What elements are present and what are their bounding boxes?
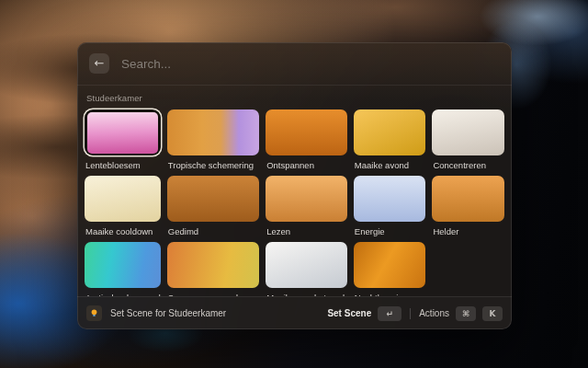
scene-swatch-frame bbox=[85, 176, 161, 222]
cmd-key-badge: ⌘ bbox=[456, 306, 476, 321]
scene-grid: Lentebloesem Tropische schemering Ontspa… bbox=[85, 109, 504, 296]
scene-swatch-frame bbox=[354, 176, 426, 222]
search-input[interactable] bbox=[119, 56, 500, 72]
scene-tile[interactable]: Gedimd bbox=[167, 176, 259, 236]
scene-tile[interactable]: Energie bbox=[354, 176, 426, 236]
scene-tile[interactable]: Savanne zonsonderg… bbox=[167, 242, 259, 296]
scene-swatch-frame bbox=[85, 242, 161, 288]
lightbulb-icon bbox=[86, 305, 102, 321]
scene-swatch bbox=[85, 242, 161, 288]
scene-tile[interactable]: Nachtlampje bbox=[354, 242, 426, 296]
scene-label: Tropische schemering bbox=[167, 160, 259, 170]
scene-swatch bbox=[432, 176, 504, 222]
search-header: ← bbox=[77, 42, 512, 86]
scene-swatch bbox=[266, 242, 347, 288]
back-button[interactable]: ← bbox=[89, 53, 109, 74]
scene-swatch bbox=[266, 109, 347, 155]
scene-label: Lezen bbox=[266, 226, 347, 236]
status-bar: Set Scene for Studeerkamer Set Scene ↵ A… bbox=[77, 296, 512, 329]
scene-tile[interactable]: Helder bbox=[432, 176, 504, 236]
scene-swatch bbox=[87, 112, 159, 154]
scene-swatch bbox=[167, 176, 259, 222]
scene-label: Maaike avond bbox=[354, 160, 426, 170]
section-title: Studeerkamer bbox=[86, 93, 504, 103]
scene-tile[interactable]: Concentreren bbox=[432, 109, 504, 170]
scene-label: Helder bbox=[432, 226, 504, 236]
set-scene-button[interactable]: Set Scene ↵ bbox=[327, 306, 401, 321]
scene-tile[interactable]: Maaike cooldown bbox=[85, 176, 161, 236]
scene-label: Lentebloesem bbox=[85, 160, 161, 170]
scene-swatch-frame bbox=[432, 176, 504, 222]
enter-key-badge: ↵ bbox=[378, 306, 401, 321]
scene-tile[interactable]: Lentebloesem bbox=[85, 109, 161, 170]
scene-swatch-frame bbox=[354, 242, 426, 288]
scene-swatch bbox=[354, 242, 426, 288]
scene-swatch-frame bbox=[167, 176, 259, 222]
scene-swatch-frame bbox=[167, 109, 259, 155]
scene-label: Energie bbox=[354, 226, 426, 236]
footer-separator bbox=[410, 308, 411, 319]
scene-tile[interactable]: Maaike aan het werk bbox=[266, 242, 347, 296]
scene-label: Maaike cooldown bbox=[85, 226, 161, 236]
k-key-badge: K bbox=[482, 306, 503, 321]
scene-swatch-frame bbox=[266, 109, 347, 155]
scene-swatch bbox=[167, 109, 259, 155]
scene-tile[interactable]: Lezen bbox=[266, 176, 347, 236]
actions-label: Actions bbox=[419, 308, 449, 318]
scene-swatch bbox=[167, 242, 259, 288]
scene-swatch-frame bbox=[85, 109, 161, 155]
set-scene-label: Set Scene bbox=[327, 308, 371, 318]
actions-button[interactable]: Actions ⌘ K bbox=[419, 306, 503, 321]
scene-swatch bbox=[432, 109, 504, 155]
scene-label: Gedimd bbox=[167, 226, 259, 236]
scene-swatch bbox=[85, 176, 161, 222]
scene-swatch bbox=[266, 176, 347, 222]
scene-list-panel: Studeerkamer Lentebloesem Tropische sche… bbox=[77, 86, 512, 296]
scene-swatch-frame bbox=[354, 109, 426, 155]
scene-swatch bbox=[354, 176, 426, 222]
scene-swatch-frame bbox=[432, 109, 504, 155]
back-arrow-icon: ← bbox=[95, 53, 105, 74]
scene-tile[interactable]: Ontspannen bbox=[266, 109, 347, 170]
scene-tile[interactable]: Maaike avond bbox=[354, 109, 426, 170]
scene-label: Concentreren bbox=[432, 160, 504, 170]
scene-tile[interactable]: Arctische dageraad bbox=[85, 242, 161, 296]
scene-swatch-frame bbox=[266, 176, 347, 222]
context-label: Set Scene for Studeerkamer bbox=[110, 308, 226, 318]
scene-swatch bbox=[354, 109, 426, 155]
scene-picker-window: ← Studeerkamer Lentebloesem Tropische sc… bbox=[77, 42, 512, 329]
scene-label: Ontspannen bbox=[266, 160, 347, 170]
scene-swatch-frame bbox=[266, 242, 347, 288]
scene-swatch-frame bbox=[167, 242, 259, 288]
scene-tile[interactable]: Tropische schemering bbox=[167, 109, 259, 170]
